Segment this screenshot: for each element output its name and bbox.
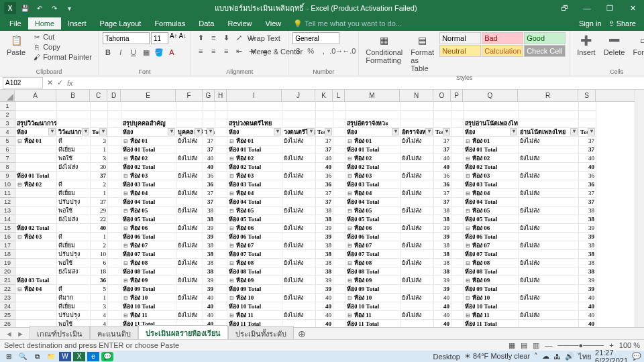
cell[interactable]: อ่านโน้ตเพลงไทย bbox=[519, 128, 579, 137]
cell-styles-gallery[interactable]: Normal Bad Good Neutral Calculation Chec… bbox=[439, 32, 566, 57]
style-check-cell[interactable]: Check Cell bbox=[524, 45, 566, 57]
cell[interactable] bbox=[519, 285, 579, 294]
cell[interactable]: ห้อง 06 Total bbox=[227, 233, 282, 241]
cell[interactable]: 38 bbox=[316, 215, 333, 224]
cell[interactable] bbox=[215, 172, 227, 180]
cell[interactable] bbox=[316, 119, 333, 128]
cell[interactable]: ยังไม่ส่ง bbox=[519, 137, 579, 145]
col-header[interactable]: L bbox=[333, 90, 345, 101]
cell[interactable]: ⊟ห้อง 10 bbox=[227, 294, 282, 302]
cell[interactable]: ห้อง 03 Total bbox=[464, 180, 519, 189]
cell[interactable]: 6 bbox=[91, 259, 108, 267]
cell[interactable]: 40 bbox=[91, 224, 108, 233]
col-header[interactable]: F bbox=[176, 90, 203, 101]
tray-clock[interactable]: 21:276/22/2021 bbox=[595, 349, 628, 363]
cell[interactable]: 5 bbox=[91, 285, 108, 294]
cell[interactable]: ห้อง 07 Total bbox=[227, 250, 282, 259]
cell[interactable]: ห้อง 06 Total bbox=[464, 233, 519, 241]
cell[interactable] bbox=[57, 172, 91, 180]
row-header[interactable]: 19 bbox=[0, 259, 15, 267]
cell[interactable]: ⊟ห้อง 06 bbox=[345, 224, 400, 233]
cell[interactable] bbox=[108, 189, 121, 198]
taskbar-app[interactable]: X bbox=[73, 352, 85, 361]
cell[interactable] bbox=[108, 154, 121, 163]
align-top-icon[interactable]: ⬆ bbox=[195, 32, 206, 43]
cell[interactable] bbox=[108, 241, 121, 250]
cell[interactable] bbox=[333, 102, 345, 111]
cell[interactable]: ยังไม่ส่ง bbox=[176, 224, 203, 233]
cell[interactable] bbox=[215, 285, 227, 294]
cell[interactable]: ยังไม่ส่ง bbox=[282, 137, 316, 145]
cell[interactable]: 36 bbox=[579, 172, 596, 180]
cell[interactable]: ห้อง bbox=[464, 128, 519, 137]
cell[interactable]: ยังไม่ส่ง bbox=[176, 241, 203, 250]
style-neutral[interactable]: Neutral bbox=[439, 45, 481, 57]
cell[interactable] bbox=[400, 285, 434, 294]
cell[interactable]: 38 bbox=[434, 206, 451, 215]
cell[interactable]: ⊟ห้อง 10 bbox=[121, 294, 176, 302]
cell[interactable]: 40 bbox=[203, 154, 215, 163]
taskbar-app[interactable]: W bbox=[59, 352, 71, 361]
fx-icon[interactable]: fx bbox=[67, 79, 73, 87]
cell[interactable]: ยังไม่ส่ง bbox=[519, 189, 579, 198]
col-header[interactable]: K bbox=[315, 90, 333, 101]
shrink-font-icon[interactable]: A↓ bbox=[179, 32, 187, 44]
cell[interactable] bbox=[108, 311, 121, 320]
cell[interactable]: 38 bbox=[579, 241, 596, 250]
cell[interactable]: 40 bbox=[316, 154, 333, 163]
cell[interactable] bbox=[227, 102, 282, 111]
cell[interactable] bbox=[203, 111, 215, 119]
cell[interactable] bbox=[316, 102, 333, 111]
cell[interactable]: สรุปวงดนตรีไทย bbox=[227, 119, 282, 128]
tab-page-layout[interactable]: Page Layout bbox=[93, 17, 148, 29]
cell[interactable]: ห้อง 09 Total bbox=[121, 285, 176, 294]
cell[interactable] bbox=[108, 215, 121, 224]
cell[interactable]: ห้อง 04 Total bbox=[121, 198, 176, 206]
cell[interactable] bbox=[215, 119, 227, 128]
cell[interactable] bbox=[333, 145, 345, 154]
cell[interactable] bbox=[282, 198, 316, 206]
row-header[interactable]: 23 bbox=[0, 294, 15, 302]
conditional-formatting-button[interactable]: ▦Conditional Formatting bbox=[363, 32, 405, 66]
align-right-icon[interactable]: ≡ bbox=[221, 46, 231, 56]
cell[interactable] bbox=[451, 198, 464, 206]
cell[interactable]: 37 bbox=[316, 189, 333, 198]
cell[interactable] bbox=[451, 215, 464, 224]
cell[interactable]: ห้อง 03 Total bbox=[227, 180, 282, 189]
col-header[interactable]: B bbox=[56, 90, 90, 101]
cell[interactable] bbox=[108, 206, 121, 215]
minimize-icon[interactable]: — bbox=[576, 0, 598, 16]
merge-center-button[interactable]: ⬌Merge & Center bbox=[259, 46, 284, 58]
cell-area[interactable]: สรุปวิวัฒนาการสรุปบุคคลสำคัญสรุปวงดนตรีไ… bbox=[15, 102, 596, 362]
cell[interactable] bbox=[108, 180, 121, 189]
cell[interactable]: 39 bbox=[579, 224, 596, 233]
cell[interactable]: ดี bbox=[57, 233, 91, 241]
cell[interactable] bbox=[176, 267, 203, 276]
cell[interactable]: 36 bbox=[434, 180, 451, 189]
tray-network-icon[interactable]: 🖧 bbox=[553, 353, 561, 361]
cell[interactable] bbox=[451, 276, 464, 285]
cell[interactable] bbox=[121, 102, 176, 111]
cell[interactable] bbox=[15, 206, 57, 215]
cell[interactable] bbox=[464, 102, 519, 111]
cell[interactable]: ⊟ห้อง 01 bbox=[15, 137, 57, 145]
cell[interactable] bbox=[451, 302, 464, 311]
cell[interactable] bbox=[519, 215, 579, 224]
cell[interactable]: 36 bbox=[316, 180, 333, 189]
row-header[interactable]: 22 bbox=[0, 285, 15, 294]
row-header[interactable]: 4 bbox=[0, 128, 15, 137]
cell[interactable]: ดี bbox=[57, 137, 91, 145]
cell[interactable] bbox=[333, 111, 345, 119]
cell[interactable] bbox=[434, 119, 451, 128]
cell[interactable] bbox=[108, 172, 121, 180]
cell[interactable]: 39 bbox=[203, 233, 215, 241]
row-header[interactable]: 8 bbox=[0, 163, 15, 172]
row-header[interactable]: 1 bbox=[0, 102, 15, 111]
cell[interactable]: ⊟ห้อง 05 bbox=[464, 206, 519, 215]
cell[interactable] bbox=[400, 145, 434, 154]
row-header[interactable]: 13 bbox=[0, 206, 15, 215]
cell[interactable]: Total bbox=[316, 128, 333, 137]
cell[interactable]: Total bbox=[434, 128, 451, 137]
cell[interactable] bbox=[176, 302, 203, 311]
cell[interactable] bbox=[333, 128, 345, 137]
